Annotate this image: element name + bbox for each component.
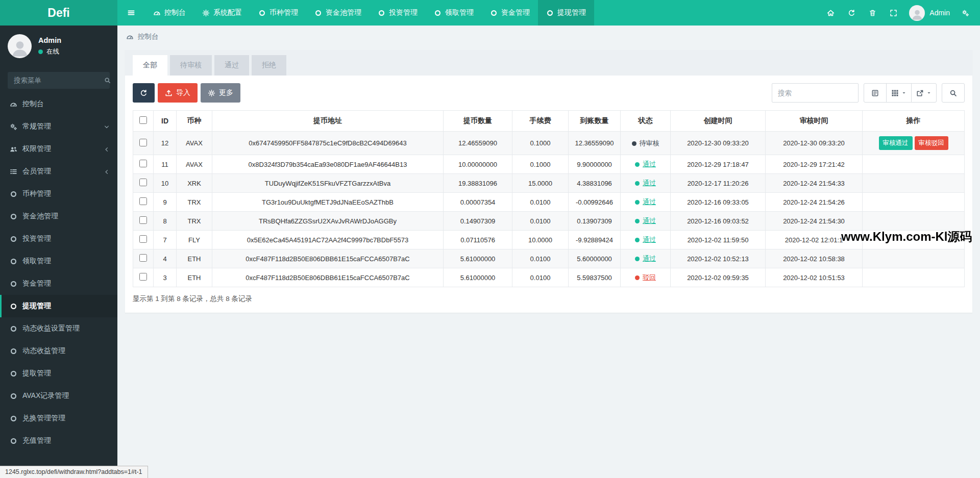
row-checkbox[interactable]	[139, 160, 147, 167]
sidebar-item-7[interactable]: 领取管理	[0, 250, 117, 272]
nav-item-5[interactable]: 领取管理	[426, 0, 482, 26]
export-button[interactable]	[911, 83, 937, 103]
user-menu[interactable]: Admin	[904, 5, 955, 21]
status-badge[interactable]: 通过	[635, 217, 656, 224]
row-checkbox[interactable]	[139, 235, 147, 243]
col-header-3: 提币数量	[444, 111, 512, 132]
sidebar-item-9[interactable]: 提现管理	[0, 295, 117, 317]
home-button[interactable]	[820, 0, 841, 26]
cell-coin: TRX	[177, 212, 212, 231]
sidebar-item-10[interactable]: 动态收益设置管理	[0, 317, 117, 340]
status-badge[interactable]: 通过	[635, 179, 656, 187]
clear-cache-button[interactable]	[862, 0, 883, 26]
top-navbar: Defi 控制台 系统配置 币种管理 资金池管理 投资管理 领取管理 资金管理 …	[0, 0, 980, 26]
row-checkbox[interactable]	[139, 254, 147, 262]
sidebar-item-label: 币种管理	[22, 189, 51, 198]
row-checkbox[interactable]	[139, 273, 147, 281]
nav-item-4[interactable]: 投资管理	[370, 0, 426, 26]
sidebar-item-6[interactable]: 投资管理	[0, 228, 117, 250]
col-header-8: 审核时间	[766, 111, 863, 132]
col-header-6: 状态	[621, 111, 671, 132]
sidebar-item-label: 动态收益管理	[22, 346, 65, 356]
table-view-buttons	[864, 83, 937, 103]
content-panel: 全部 待审核 通过 拒绝 导入 更多	[125, 50, 972, 313]
sidebar-item-label: 兑换管理管理	[22, 414, 65, 423]
status-badge: 待审核	[632, 139, 659, 147]
sidebar-item-4[interactable]: 币种管理	[0, 183, 117, 205]
sidebar-item-2[interactable]: 权限管理	[0, 138, 117, 160]
fullscreen-button[interactable]	[883, 0, 904, 26]
row-checkbox[interactable]	[139, 179, 147, 186]
paging-toggle-button[interactable]	[864, 83, 887, 103]
col-header-7: 创建时间	[671, 111, 766, 132]
cell-audit-time: 2020-12-29 17:21:42	[766, 155, 863, 174]
sidebar-item-8[interactable]: 资金管理	[0, 272, 117, 295]
sidebar-item-11[interactable]: 动态收益管理	[0, 340, 117, 362]
cell-received: -9.92889424	[569, 231, 621, 249]
nav-item-0[interactable]: 控制台	[145, 0, 194, 26]
circle-icon	[10, 235, 17, 243]
dashboard-icon	[153, 9, 161, 17]
sidebar-item-1[interactable]: 常规管理	[0, 115, 117, 138]
tab-0[interactable]: 全部	[133, 55, 167, 76]
sidebar-item-label: 权限管理	[22, 144, 51, 154]
sidebar-toggle-button[interactable]	[117, 0, 145, 26]
watermark: www.Klym.com-Kl源码	[841, 229, 972, 245]
import-button[interactable]: 导入	[158, 83, 198, 103]
more-button[interactable]: 更多	[201, 83, 240, 103]
row-checkbox[interactable]	[139, 139, 147, 146]
sidebar-item-5[interactable]: 资金池管理	[0, 205, 117, 228]
cell-actions: 审核通过审核驳回	[863, 132, 965, 155]
tab-1[interactable]: 待审核	[170, 55, 212, 76]
sidebar-item-13[interactable]: AVAX记录管理	[0, 385, 117, 407]
status-dot	[635, 162, 640, 167]
refresh-button[interactable]	[841, 0, 862, 26]
circle-icon	[10, 437, 17, 445]
sidebar-item-0[interactable]: 控制台	[0, 93, 117, 115]
cell-received: 0.13907309	[569, 212, 621, 231]
columns-toggle-button[interactable]	[886, 83, 912, 103]
sidebar-item-14[interactable]: 兑换管理管理	[0, 407, 117, 430]
nav-item-7[interactable]: 提现管理	[538, 0, 594, 26]
status-badge[interactable]: 通过	[635, 236, 656, 243]
cell-amount: 0.07110576	[444, 231, 512, 249]
tab-2[interactable]: 通过	[214, 55, 249, 76]
nav-item-2[interactable]: 币种管理	[250, 0, 306, 26]
status-badge[interactable]: 通过	[635, 198, 656, 206]
sidebar-item-15[interactable]: 充值管理	[0, 430, 117, 452]
users-icon	[10, 145, 17, 153]
cell-audit-time: 2020-12-24 21:54:30	[766, 212, 863, 231]
cell-audit-time: 2020-12-02 10:51:53	[766, 268, 863, 287]
cell-id: 8	[154, 212, 177, 231]
sidebar-item-12[interactable]: 提取管理	[0, 362, 117, 385]
sidebar-item-3[interactable]: 会员管理	[0, 160, 117, 183]
table-search-input[interactable]	[772, 83, 859, 103]
search-toggle-button[interactable]	[942, 83, 965, 103]
status-label: 通过	[643, 236, 656, 243]
cell-amount: 5.61000000	[444, 249, 512, 268]
user-name: Admin	[929, 9, 950, 17]
nav-item-3[interactable]: 资金池管理	[306, 0, 370, 26]
refresh-table-button[interactable]	[133, 83, 155, 103]
circle-icon	[378, 9, 385, 17]
cell-created-time: 2020-12-02 10:52:13	[671, 249, 766, 268]
settings-button[interactable]	[955, 0, 976, 26]
table-row: 11 AVAX 0x8D324f3D79b354caEa93e080DF1ae9…	[133, 155, 965, 174]
nav-item-1[interactable]: 系统配置	[194, 0, 250, 26]
sidebar-item-label: AVAX记录管理	[22, 391, 69, 400]
status-badge[interactable]: 驳回	[635, 273, 656, 281]
approve-button[interactable]: 审核通过	[879, 136, 913, 150]
status-badge[interactable]: 通过	[635, 160, 656, 168]
nav-item-6[interactable]: 资金管理	[482, 0, 538, 26]
panel-body: 导入 更多	[125, 76, 972, 311]
menu-search-input[interactable]	[14, 77, 104, 84]
nav-item-label: 币种管理	[270, 8, 298, 17]
select-all-checkbox[interactable]	[139, 116, 147, 124]
row-checkbox[interactable]	[139, 216, 147, 224]
row-checkbox[interactable]	[139, 197, 147, 205]
tab-3[interactable]: 拒绝	[252, 55, 286, 76]
circle-icon	[10, 280, 17, 288]
reject-button[interactable]: 审核驳回	[915, 136, 948, 150]
status-badge[interactable]: 通过	[635, 255, 656, 262]
import-label: 导入	[176, 88, 190, 97]
